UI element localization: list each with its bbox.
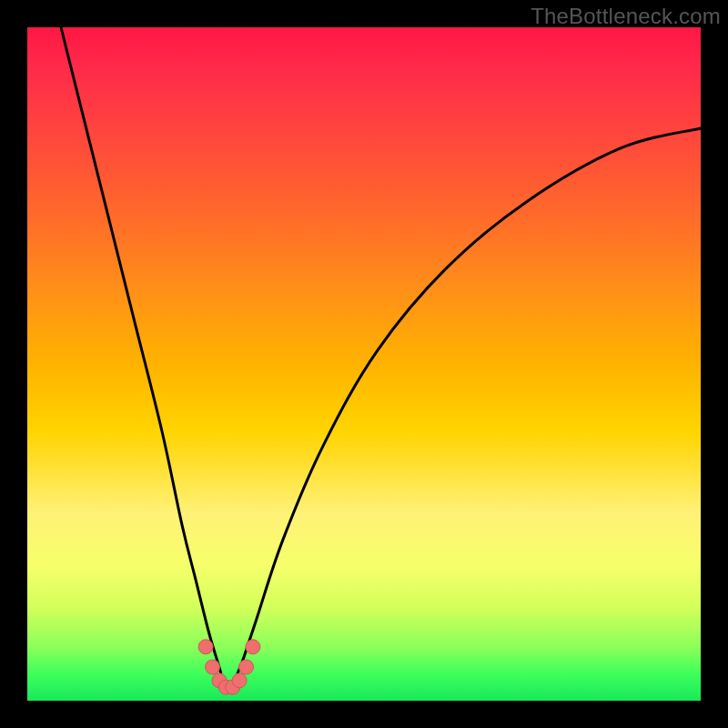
chart-stage: TheBottleneck.com	[0, 0, 728, 728]
watermark-text: TheBottleneck.com	[531, 4, 721, 29]
curve-svg	[27, 27, 701, 701]
curve-marker	[239, 660, 254, 674]
curve-marker	[232, 673, 247, 688]
curve-marker	[206, 660, 220, 674]
curve-markers	[198, 640, 260, 694]
curve-marker	[246, 640, 260, 654]
curve-marker	[198, 640, 213, 654]
plot-area	[27, 27, 701, 701]
bottleneck-curve	[61, 27, 701, 691]
